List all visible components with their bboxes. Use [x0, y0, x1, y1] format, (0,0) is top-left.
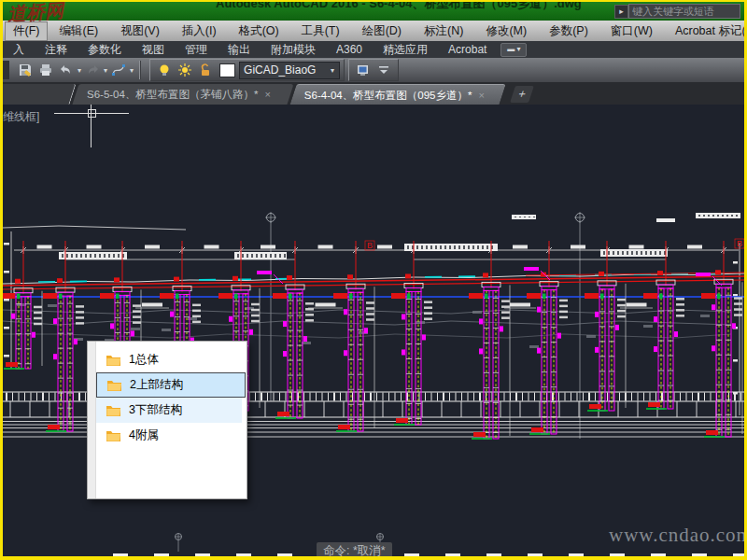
ribbon-tab-bar: 入注释参数化视图管理输出附加模块A360精选应用Acrobat▬ ▾ — [3, 41, 744, 58]
spline-icon — [111, 63, 126, 77]
save-as-icon — [18, 63, 33, 77]
ribbon-tab[interactable]: 注释 — [35, 41, 78, 59]
color-swatch[interactable] — [219, 63, 235, 77]
survey-marker-icon — [174, 532, 185, 553]
menu-item[interactable]: 格式(O) — [228, 21, 290, 41]
watermark-bottom-right: www.cndao.com — [609, 524, 744, 547]
command-line-ghost: 命令: *取消* — [317, 542, 392, 557]
file-tab-bar: S6-5-04、桥型布置图（茅铺八路）*×S6-4-04、桥型布置图（095乡道… — [3, 82, 744, 105]
ribbon-tab[interactable]: 输出 — [218, 41, 261, 59]
minimize-ribbon-button[interactable] — [374, 61, 394, 79]
folder-menu-label: 1总体 — [129, 352, 159, 368]
quick-access-toolbar: ▾ ▾ ▾ GiCAD_BiaoG ▾ — [3, 58, 744, 82]
undo-caret[interactable]: ▾ — [78, 66, 81, 75]
window-title: Autodesk AutoCAD 2016 - S6-4-04、桥型布置图（09… — [216, 2, 582, 12]
folder-icon — [106, 379, 122, 391]
workspace-panel — [348, 59, 399, 81]
folder-menu-label: 4附属 — [129, 427, 159, 443]
redo-icon — [85, 63, 100, 77]
file-tab[interactable]: S6-4-04、桥型布置图（095乡道）*× — [289, 84, 505, 105]
watermark-top-left: 道桥网 — [7, 0, 64, 27]
folder-menu: 1总体2上部结构3下部结构4附属 — [87, 341, 247, 499]
folder-icon — [106, 429, 121, 441]
tab-close-icon[interactable]: × — [264, 84, 270, 105]
layer-name: GiCAD_BiaoG — [244, 63, 316, 77]
menu-bar: 件(F)编辑(E)视图(V)插入(I)格式(O)工具(T)绘图(D)标注(N)修… — [3, 21, 744, 41]
layer-on-button[interactable] — [154, 61, 175, 79]
folder-menu-label: 2上部结构 — [130, 377, 183, 393]
ribbon-tab[interactable]: 精选应用 — [373, 41, 438, 59]
file-tab-label: S6-4-04、桥型布置图（095乡道）*× — [293, 85, 502, 105]
viewport-control[interactable]: 维线框] — [3, 109, 39, 125]
ribbon-options-button[interactable]: ▬ ▾ — [500, 43, 527, 57]
printer-icon — [38, 63, 53, 77]
spline-button[interactable] — [108, 61, 129, 79]
ribbon-tab[interactable]: Acrobat — [438, 42, 497, 57]
unlock-icon — [198, 63, 213, 77]
svg-text:B: B — [737, 239, 742, 248]
crosshair-pickbox — [88, 109, 96, 118]
redo-button[interactable] — [82, 61, 103, 79]
folder-menu-item[interactable]: 1总体 — [96, 347, 247, 372]
file-tab[interactable]: S6-5-04、桥型布置图（茅铺八路）*× — [72, 84, 293, 105]
layer-caret: ▾ — [331, 66, 334, 75]
title-bar: Autodesk AutoCAD 2016 - S6-4-04、桥型布置图（09… — [3, 2, 744, 21]
svg-text:B: B — [367, 241, 373, 250]
folder-menu-item[interactable]: 4附属 — [96, 423, 247, 448]
menu-item[interactable]: 标注(N) — [413, 21, 474, 41]
ribbon-tab[interactable]: 视图 — [132, 41, 175, 59]
monitor-icon — [356, 63, 371, 77]
undo-icon — [59, 63, 74, 77]
menu-item[interactable]: 窗口(W) — [599, 21, 664, 41]
lightbulb-icon — [157, 63, 172, 77]
folder-menu-label: 3下部结构 — [129, 402, 182, 418]
menu-item[interactable]: 工具(T) — [290, 21, 351, 41]
file-tab-clipped[interactable] — [0, 84, 77, 105]
layer-brightness-button[interactable] — [175, 61, 195, 79]
search-input[interactable] — [628, 4, 740, 19]
search-go-button[interactable]: ▸ — [614, 5, 628, 19]
menu-item[interactable]: 编辑(E) — [48, 21, 109, 41]
layer-unlock-button[interactable] — [195, 61, 216, 79]
folder-menu-item[interactable]: 2上部结构 — [96, 372, 246, 398]
menu-item[interactable]: 修改(M) — [474, 21, 538, 41]
layer-dropdown[interactable]: GiCAD_BiaoG ▾ — [239, 62, 340, 79]
workspace-button[interactable] — [353, 61, 374, 79]
menu-item[interactable]: 视图(V) — [109, 21, 171, 41]
sun-icon — [177, 63, 192, 77]
spline-caret[interactable]: ▾ — [130, 66, 134, 75]
folder-menu-item[interactable]: 3下部结构 — [96, 398, 242, 423]
folder-icon — [106, 404, 121, 416]
new-tab-button[interactable]: + — [510, 86, 534, 103]
menu-item[interactable]: 绘图(D) — [351, 21, 413, 41]
autocad-window: Autodesk AutoCAD 2016 - S6-4-04、桥型布置图（09… — [0, 0, 747, 560]
layer-panel: GiCAD_BiaoG ▾ — [149, 59, 345, 81]
ribbon-tab[interactable]: 入 — [3, 41, 35, 59]
ribbon-tab[interactable]: A360 — [326, 42, 373, 57]
ribbon-tab[interactable]: 参数化 — [78, 41, 132, 59]
menu-item[interactable]: Acrobat 标记(C) — [664, 21, 747, 41]
drawing-canvas[interactable]: 维线框] BB 1总体2上部结构3下部结构4附属 命令: *取消* www.cn… — [3, 105, 744, 557]
ribbon-tab[interactable]: 管理 — [175, 41, 218, 59]
save-as-button[interactable] — [15, 61, 35, 79]
plot-button[interactable] — [35, 61, 56, 79]
toolbar-separator — [139, 61, 141, 79]
file-tab-label: S6-5-04、桥型布置图（茅铺八路）*× — [76, 84, 290, 105]
redo-caret[interactable]: ▾ — [104, 66, 107, 75]
menu-item[interactable]: 插入(I) — [171, 21, 228, 41]
tab-close-icon[interactable]: × — [478, 85, 484, 105]
clipped-icon — [3, 61, 9, 79]
folder-icon — [106, 354, 121, 366]
menu-item[interactable]: 参数(P) — [538, 21, 599, 41]
ribbon-tab[interactable]: 附加模块 — [261, 41, 326, 59]
minimize-ribbon-icon — [377, 63, 390, 77]
undo-button[interactable] — [56, 61, 77, 79]
